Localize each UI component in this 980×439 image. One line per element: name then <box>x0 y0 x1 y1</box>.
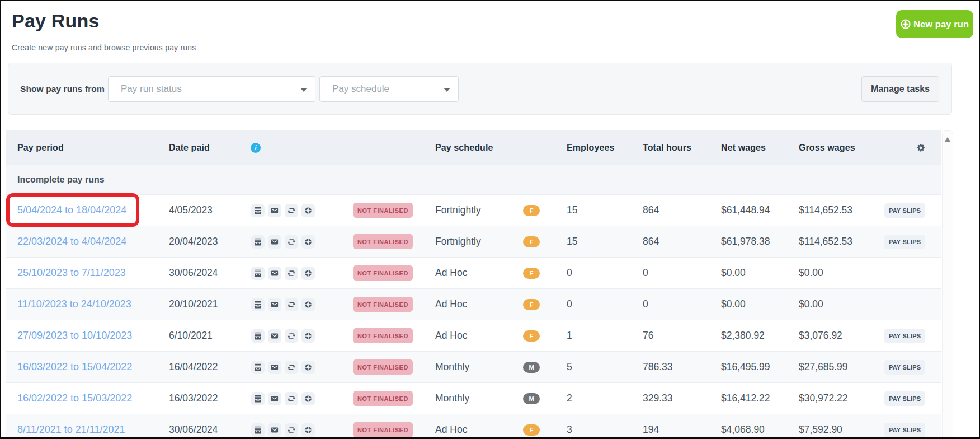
pay-schedule-cell: Ad Hoc <box>435 289 467 320</box>
total-hours-cell: 329.33 <box>643 383 673 414</box>
pay-slips-button[interactable]: PAY SLIPS <box>884 423 925 437</box>
pay-schedule-select[interactable]: Pay schedule <box>319 76 459 102</box>
new-pay-run-button[interactable]: New pay run <box>896 10 973 38</box>
date-paid-value: 20/10/2021 <box>169 298 218 310</box>
pay-schedule-value: Ad Hoc <box>435 330 467 342</box>
employees-value: 0 <box>567 267 572 279</box>
lifebuoy-icon[interactable] <box>301 267 315 280</box>
pay-period-cell: 16/03/2022 to 15/04/2022 <box>17 352 132 382</box>
table-row: 27/09/2023 to 10/10/2023 6/10/2021 NOT F… <box>6 320 941 351</box>
col-pay-period[interactable]: Pay period <box>17 130 64 165</box>
date-paid-cell: 16/03/2022 <box>169 383 218 414</box>
pay-schedule-value: Fortnightly <box>435 204 481 216</box>
lifebuoy-icon[interactable] <box>301 298 315 311</box>
gear-icon[interactable] <box>916 143 925 152</box>
col-gross-wages[interactable]: Gross wages <box>799 130 855 165</box>
pay-run-status-select[interactable]: Pay run status <box>108 76 315 102</box>
col-employees[interactable]: Employees <box>567 130 614 165</box>
envelope-icon[interactable] <box>268 329 281 343</box>
pay-slips-button[interactable]: PAY SLIPS <box>884 360 925 375</box>
sync-icon[interactable] <box>285 204 298 217</box>
pay-slips-cell: PAY SLIPS <box>884 414 925 439</box>
envelope-icon[interactable] <box>268 267 281 280</box>
plus-circle-icon <box>901 19 911 29</box>
net-wages-value: $0.00 <box>721 267 746 279</box>
pay-slips-button[interactable]: PAY SLIPS <box>884 391 925 406</box>
archive-icon[interactable] <box>251 204 265 217</box>
row-actions <box>251 195 315 226</box>
date-paid-value: 6/10/2021 <box>169 330 213 342</box>
archive-icon[interactable] <box>251 329 265 343</box>
archive-icon[interactable] <box>251 392 265 405</box>
envelope-icon[interactable] <box>268 361 281 374</box>
envelope-icon[interactable] <box>268 204 281 217</box>
archive-icon[interactable] <box>251 298 265 311</box>
employees-cell: 1 <box>567 320 572 351</box>
table-row: 11/10/2023 to 24/10/2023 20/10/2021 NOT … <box>6 288 941 320</box>
pay-period-cell: 16/02/2022 to 15/03/2022 <box>17 383 132 414</box>
pay-slips-button[interactable]: PAY SLIPS <box>884 235 925 249</box>
app-window: Pay Runs Create new pay runs and browse … <box>0 0 980 439</box>
date-paid-value: 30/06/2024 <box>169 424 218 436</box>
info-icon[interactable]: i <box>251 143 261 153</box>
lifebuoy-icon[interactable] <box>301 235 315 249</box>
pay-period-link[interactable]: 27/09/2023 to 10/10/2023 <box>17 330 132 342</box>
sync-icon[interactable] <box>285 298 298 311</box>
envelope-icon[interactable] <box>268 392 281 405</box>
date-paid-cell: 20/04/2023 <box>169 226 218 257</box>
gross-wages-cell: $27,685.99 <box>799 352 848 382</box>
archive-icon[interactable] <box>251 235 265 249</box>
col-date-paid[interactable]: Date paid <box>169 130 210 165</box>
net-wages-value: $16,412.22 <box>721 393 770 404</box>
table-row: 16/02/2022 to 15/03/2022 16/03/2022 NOT … <box>6 382 941 414</box>
employees-cell: 0 <box>567 258 572 288</box>
pay-schedule-cell: Fortnightly <box>435 226 481 257</box>
pay-period-link[interactable]: 25/10/2023 to 7/11/2023 <box>17 267 126 279</box>
lifebuoy-icon[interactable] <box>301 329 315 343</box>
col-pay-schedule[interactable]: Pay schedule <box>435 130 493 165</box>
col-total-hours[interactable]: Total hours <box>643 130 691 165</box>
pay-period-link[interactable]: 5/04/2024 to 18/04/2024 <box>17 204 126 216</box>
table-scrollbar[interactable] <box>942 130 953 437</box>
archive-icon[interactable] <box>251 361 265 374</box>
envelope-icon[interactable] <box>268 235 281 249</box>
col-net-wages[interactable]: Net wages <box>721 130 766 165</box>
pay-period-link[interactable]: 11/10/2023 to 24/10/2023 <box>17 298 131 310</box>
envelope-icon[interactable] <box>268 298 281 311</box>
pay-period-cell: 8/11/2021 to 21/11/2021 <box>17 414 125 439</box>
total-hours-value: 194 <box>643 424 659 436</box>
scroll-up-arrow-icon[interactable] <box>944 137 951 142</box>
sync-icon[interactable] <box>285 267 298 280</box>
lifebuoy-icon[interactable] <box>301 361 315 374</box>
pay-schedule-value: Ad Hoc <box>435 424 467 436</box>
manage-tasks-button[interactable]: Manage tasks <box>861 76 939 102</box>
envelope-icon[interactable] <box>268 423 281 437</box>
sync-icon[interactable] <box>285 361 298 374</box>
section-header-incomplete: Incomplete pay runs <box>6 165 941 194</box>
lifebuoy-icon[interactable] <box>301 423 315 437</box>
sync-icon[interactable] <box>285 329 298 343</box>
archive-icon[interactable] <box>251 423 265 437</box>
sync-icon[interactable] <box>285 235 298 249</box>
page-subtitle: Create new pay runs and browse previous … <box>12 43 196 52</box>
pay-period-link[interactable]: 16/03/2022 to 15/04/2022 <box>17 361 132 373</box>
schedule-code-cell: F <box>523 226 540 257</box>
sync-icon[interactable] <box>285 423 298 437</box>
pay-slips-button[interactable]: PAY SLIPS <box>884 203 925 218</box>
pay-period-link[interactable]: 22/03/2024 to 4/04/2024 <box>17 236 126 247</box>
net-wages-cell: $4,068.90 <box>721 414 765 439</box>
lifebuoy-icon[interactable] <box>301 204 315 217</box>
status-badge: NOT FINALISED <box>353 234 413 249</box>
pay-period-link[interactable]: 8/11/2021 to 21/11/2021 <box>17 424 125 436</box>
date-paid-cell: 30/06/2024 <box>169 414 218 439</box>
filter-bar: Show pay runs from Pay run status Pay sc… <box>8 63 952 115</box>
pay-slips-button[interactable]: PAY SLIPS <box>884 329 925 343</box>
archive-icon[interactable] <box>251 267 265 280</box>
employees-value: 2 <box>567 393 572 404</box>
pay-period-cell: 27/09/2023 to 10/10/2023 <box>17 320 132 351</box>
sync-icon[interactable] <box>285 392 298 405</box>
gross-wages-value: $30,972.22 <box>799 393 848 404</box>
total-hours-cell: 76 <box>643 320 653 351</box>
lifebuoy-icon[interactable] <box>301 392 315 405</box>
pay-period-link[interactable]: 16/02/2022 to 15/03/2022 <box>17 393 132 404</box>
